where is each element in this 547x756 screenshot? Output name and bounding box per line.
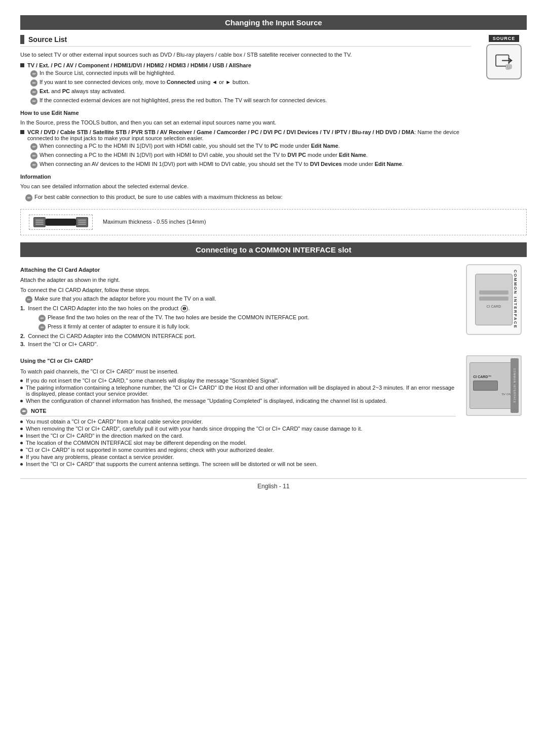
cable-note-line: ✏ For best cable connection to this prod… [20,194,471,201]
ci-slot-bottom [479,297,509,301]
pencil-icon-6: ✏ [30,152,37,159]
bullet-dot-1 [20,380,23,382]
pencil-icon-1: ✏ [30,70,37,77]
how-to-title: How to use Edit Name [20,109,471,117]
ci-chip [473,381,498,391]
note-dot-2 [20,428,23,430]
source-list-description: Use to select TV or other external input… [20,51,471,59]
ci-card-label: CI CARD™ [473,375,491,379]
vcr-text: VCR / DVD / Cable STB / Satellite STB / … [27,129,471,141]
note-dot-3 [20,435,23,437]
step2-text: Connect the Ci CARD Adapter into the COM… [28,333,196,339]
step2-num: 2. [20,333,25,339]
section1-header: Changing the Input Source [20,15,527,30]
note-bullet-7: Insert the "CI or CI+ CARD" that support… [20,461,456,467]
how-to-desc: In the Source, press the TOOLS button, a… [20,118,471,127]
note-line-1: ✏ In the Source List, connected inputs w… [20,70,471,77]
note-line-4: ✏ If the connected external devices are … [20,97,471,105]
svg-rect-5 [510,65,512,69]
note-bullet-1: You must obtain a "CI or CI+ CARD" from … [20,418,456,425]
circle-1: ❶ [181,305,188,312]
note-line-3: ✏ Ext. and PC always stay activated. [20,88,471,96]
inputs-list-item: TV / Ext. / PC / AV / Component / HDMI1/… [20,62,471,68]
note-line-2: ✏ If you want to see connected devices o… [20,79,471,87]
step1-subnote-text1: Please find the two holes on the rear of… [48,314,309,320]
step-2-item: 2. Connect the Ci CARD Adapter into the … [20,333,456,339]
note-bullet-2: When removing the "CI or CI+ CARD", care… [20,426,456,432]
section2-header: Connecting to a COMMON INTERFACE slot [20,242,527,257]
ci-card2-image: CI CARD™ 5V ONLY COMMON INTERFACE [466,355,527,468]
note-dot-6 [20,456,23,458]
note-bullet-3: Insert the "CI or CI+ CARD" in the direc… [20,433,456,439]
pencil-icon-5: ✏ [30,143,37,150]
source-button-visual [486,44,522,79]
ci-card-image-top: COMMON INTERFACE CI CARD [466,264,527,350]
note-dot-7 [20,463,23,466]
step1-sub-note1: ✏ Please find the two holes on the rear … [20,314,456,322]
pin-2 [35,222,44,223]
svg-rect-3 [506,65,507,70]
pin-4 [78,220,86,221]
pin-6 [78,224,86,225]
note-bullet-4: The location of the COMMON INTERFACE slo… [20,440,456,446]
attaching-section: Attaching the CI Card Adaptor Attach the… [20,264,527,350]
attach-desc2: To connect the CI CARD Adapter, follow t… [20,286,456,295]
pencil-icon-2: ✏ [30,79,37,87]
ci-port-label: COMMON INTERFACE [513,368,516,403]
note-text-2: If you want to see connected devices onl… [40,79,250,85]
pencil-icon-9: ✏ [25,296,32,303]
using-bullet-text-3: When the configuration of channel inform… [26,398,387,404]
edit-note-3: ✏ When connecting an AV devices to the H… [20,161,471,169]
information-title: Information [20,173,471,181]
ci-only-label: 5V ONLY [473,393,514,396]
pencil-icon-8: ✏ [25,194,32,201]
pencil-icon-11: ✏ [38,324,46,331]
pencil-icon-7: ✏ [30,161,37,169]
ci-card-visual-top: COMMON INTERFACE CI CARD [466,264,522,335]
step1-sub-note2: ✏ Press it firmly at center of adapter t… [20,323,456,331]
step3-num: 3. [20,341,25,347]
step1-text: Insert the CI CARD Adapter into the two … [28,305,189,312]
note-text-n2: When removing the "CI or CI+ CARD", care… [26,426,362,432]
vcr-item: VCR / DVD / Cable STB / Satellite STB / … [20,129,471,141]
pencil-icon-4: ✏ [30,98,37,105]
cable-visual-box [29,215,93,230]
step3-text: Insert the "CI or CI+ CARD". [28,341,98,347]
pencil-icon-note: ✏ [20,408,27,415]
common-interface-label: COMMON INTERFACE [513,270,518,329]
cable-note-text: For best cable connection to this produc… [34,194,283,200]
cable-illustration [33,217,88,227]
step1-subnote-text2: Press it firmly at center of adapter to … [48,323,190,329]
ci-adapter-text: CI CARD [487,305,501,308]
using-title: Using the "CI or CI+ CARD" [20,357,456,365]
attaching-title: Attaching the CI Card Adaptor [20,266,456,274]
bullet-dot-2 [20,387,23,389]
cable-thickness-box: Maximum thickness - 0.55 inches (14mm) [20,209,527,235]
pencil-icon-3: ✏ [30,89,37,96]
page-number: English - 11 [257,483,289,490]
cable-connector-left [33,217,46,227]
note-text-n1: You must obtain a "CI or CI+ CARD" from … [26,418,203,425]
information-desc: You can see detailed information about t… [20,182,471,191]
edit-note-text-3: When connecting an AV devices to the HDM… [40,161,404,167]
using-section: Using the "CI or CI+ CARD" To watch paid… [20,355,527,468]
edit-note-text-2: When connecting a PC to the HDMI IN 1(DV… [40,152,368,158]
note-text-n7: Insert the "CI or CI+ CARD" that support… [26,461,318,467]
edit-note-2: ✏ When connecting a PC to the HDMI IN 1(… [20,152,471,159]
note-text-3: Ext. and PC always stay activated. [40,88,126,94]
edit-note-1: ✏ When connecting a PC to the HDMI IN 1(… [20,143,471,150]
source-icon [494,52,514,72]
note-bullet-5: "CI or CI+ CARD" is not supported in som… [20,447,456,453]
max-thickness-text: Maximum thickness - 0.55 inches (14mm) [103,218,206,226]
step1-num: 1. [20,305,25,311]
edit-note-text-1: When connecting a PC to the HDMI IN 1(DV… [40,143,340,149]
pin-5 [78,222,86,223]
source-list-title: Source List [20,35,471,47]
ci-port-visual: COMMON INTERFACE [511,358,519,413]
svg-rect-4 [508,64,510,69]
step-1-item: 1. Insert the CI CARD Adapter into the t… [20,305,456,312]
pin-1 [35,220,44,221]
ci-slot-top [479,290,509,295]
using-bullet-text-1: If you do not insert the "CI or CI+ CARD… [26,377,279,384]
page-footer: English - 11 [20,478,527,490]
